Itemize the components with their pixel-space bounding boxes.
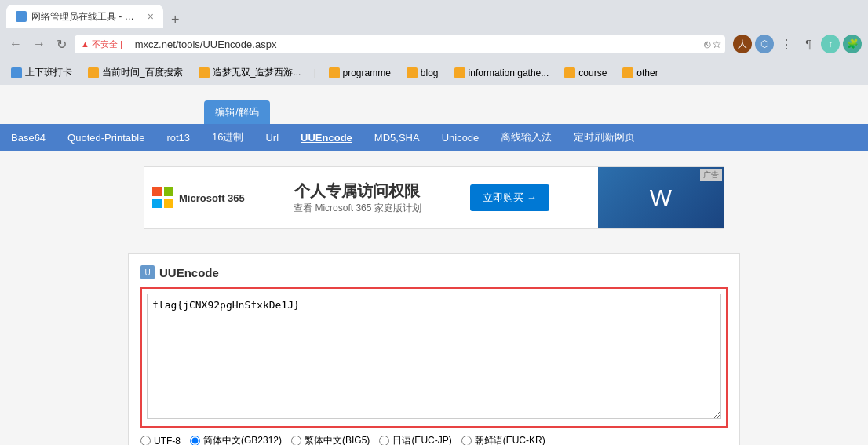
nav-base64[interactable]: Base64	[0, 126, 57, 150]
uuencode-header: U UUEncode	[140, 265, 728, 279]
encoding-big5[interactable]: 繁体中文(BIG5)	[291, 434, 370, 445]
address-actions: ⎋ ☆	[701, 38, 725, 50]
encoding-eucjp[interactable]: 日语(EUC-JP)	[379, 434, 451, 445]
encoding-euckr[interactable]: 朝鲜语(EUC-KR)	[461, 434, 545, 445]
ms365-logo: Microsoft 365	[152, 187, 245, 209]
nav-hex[interactable]: 16进制	[201, 124, 254, 151]
bookmark-other[interactable]: other	[618, 66, 662, 80]
bookmark-icon	[407, 67, 418, 78]
nav-offline-input[interactable]: 离线输入法	[490, 124, 563, 151]
security-indicator: ▲ 不安全 |	[75, 35, 129, 53]
uuencode-icon: U	[140, 265, 155, 279]
nav-uuencode[interactable]: UUEncode	[290, 126, 363, 150]
separator: |	[120, 39, 122, 49]
encoding-gb2312-label: 简体中文(GB2312)	[203, 434, 282, 445]
radio-gb2312[interactable]	[190, 436, 200, 445]
bookmark-zaomeng[interactable]: 造梦无双_造梦西游...	[194, 64, 306, 81]
ad-left-section: Microsoft 365	[144, 179, 253, 217]
extension-icon[interactable]: ⬡	[755, 35, 774, 53]
new-tab-button[interactable]: +	[166, 12, 184, 28]
bookmark-time[interactable]: 当前时间_百度搜索	[83, 64, 188, 81]
ms-sq-blue	[152, 199, 162, 208]
update-icon[interactable]: ↑	[821, 35, 840, 53]
bookmark-label: 造梦无双_造梦西游...	[213, 66, 301, 79]
security-text: 不安全	[92, 38, 118, 50]
paragraph-icon[interactable]: ¶	[799, 35, 818, 53]
bookmark-info[interactable]: information gathe...	[450, 66, 554, 80]
settings-icon[interactable]: ⋮	[777, 35, 796, 53]
main-tool-content: U UUEncode flag{jCNX92pgHnSfxkDe1J} UTF-…	[128, 253, 740, 445]
section-title: UUEncode	[159, 266, 219, 279]
input-section: flag{jCNX92pgHnSfxkDe1J}	[140, 287, 728, 428]
tab-title: 网络管理员在线工具 - UUEnco...	[31, 10, 140, 24]
encoding-utf8[interactable]: UTF-8	[140, 436, 181, 446]
radio-eucjp[interactable]	[379, 436, 389, 445]
bookmark-label: course	[578, 67, 607, 78]
page-content: 编辑/解码 Base64 Quoted-Printable rot13 16进制…	[0, 85, 868, 445]
ms-sq-yellow	[164, 199, 173, 208]
encoding-eucjp-label: 日语(EUC-JP)	[392, 434, 451, 445]
ad-subtitle: 查看 Microsoft 365 家庭版计划	[294, 202, 421, 215]
forward-button[interactable]: →	[30, 35, 49, 53]
encoding-options: UTF-8 简体中文(GB2312) 繁体中文(BIG5) 日语(EUC-JP)…	[140, 434, 728, 445]
bookmark-dakaqi[interactable]: 上下班打卡	[6, 64, 77, 81]
ad-badge: 广告	[700, 169, 722, 181]
nav-md5sha[interactable]: MD5,SHA	[363, 126, 431, 150]
extension2-icon[interactable]: 🧩	[843, 35, 862, 53]
bookmark-label: 当前时间_百度搜索	[102, 66, 183, 79]
encoding-gb2312[interactable]: 简体中文(GB2312)	[190, 434, 282, 445]
tab-close-button[interactable]: ×	[148, 10, 154, 23]
encoding-euckr-label: 朝鲜语(EUC-KR)	[475, 434, 545, 445]
radio-big5[interactable]	[291, 436, 301, 445]
nav-quotedprintable[interactable]: Quoted-Printable	[57, 126, 155, 150]
bookmark-icon	[329, 67, 340, 78]
main-nav: Base64 Quoted-Printable rot13 16进制 Url U…	[0, 124, 868, 151]
bookmark-blog[interactable]: blog	[402, 66, 443, 80]
bookmark-label: other	[636, 67, 658, 78]
bookmark-icon	[454, 67, 465, 78]
bookmark-label: information gathe...	[469, 67, 549, 78]
ms365-text: Microsoft 365	[179, 192, 245, 204]
bookmark-label: blog	[421, 67, 439, 78]
ad-title: 个人专属访问权限	[294, 181, 421, 202]
radio-euckr[interactable]	[461, 436, 472, 445]
radio-utf8[interactable]	[140, 436, 151, 445]
active-tab[interactable]: 网络管理员在线工具 - UUEnco... ×	[6, 5, 163, 28]
ms-sq-green	[164, 187, 173, 196]
bookmark-course[interactable]: course	[560, 66, 611, 80]
refresh-button[interactable]: ↻	[53, 35, 70, 53]
bookmark-icon	[88, 67, 99, 78]
main-textarea[interactable]: flag{jCNX92pgHnSfxkDe1J}	[147, 294, 721, 419]
encoding-big5-label: 繁体中文(BIG5)	[305, 434, 370, 445]
bookmark-icon	[199, 67, 210, 78]
ad-right-section: 立即购买 →	[462, 177, 557, 219]
url-input[interactable]	[129, 35, 701, 53]
ad-cta-button[interactable]: 立即购买 →	[470, 184, 549, 211]
nav-rot13[interactable]: rot13	[155, 126, 201, 150]
bookmark-icon	[564, 67, 575, 78]
ms-sq-red	[152, 187, 162, 196]
ad-image-icon: W	[650, 184, 672, 211]
bookmark-programme[interactable]: programme	[324, 66, 396, 80]
ad-banner: 广告 Microsoft 365 个人专属访问权限 查看 Microsoft 3…	[144, 166, 724, 229]
address-box: ▲ 不安全 | ⎋ ☆	[75, 35, 725, 53]
share-icon[interactable]: ⎋	[704, 38, 710, 50]
nav-url[interactable]: Url	[254, 126, 290, 150]
nav-unicode[interactable]: Unicode	[431, 126, 491, 150]
tab-favicon	[16, 11, 27, 22]
browser-toolbar-icons: 人 ⬡ ⋮ ¶ ↑ 🧩	[733, 35, 862, 53]
ms-logo-grid	[152, 187, 174, 209]
profile-icon[interactable]: 人	[733, 35, 752, 53]
bookmark-icon	[11, 67, 22, 78]
ad-center-section: 个人专属访问权限 查看 Microsoft 365 家庭版计划	[294, 181, 421, 215]
bookmarks-bar: 上下班打卡 当前时间_百度搜索 造梦无双_造梦西游... | programme…	[0, 60, 868, 85]
address-bar: ← → ↻ ▲ 不安全 | ⎋ ☆ 人 ⬡ ⋮ ¶ ↑ 🧩	[0, 28, 868, 60]
bookmark-label: programme	[343, 67, 391, 78]
nav-auto-refresh[interactable]: 定时刷新网页	[563, 124, 646, 151]
edit-decode-tab[interactable]: 编辑/解码	[204, 100, 270, 124]
tab-bar: 网络管理员在线工具 - UUEnco... × +	[0, 0, 868, 28]
top-tab-container: 编辑/解码	[0, 85, 868, 124]
star-icon[interactable]: ☆	[712, 38, 722, 50]
back-button[interactable]: ←	[6, 35, 25, 53]
encoding-utf8-label: UTF-8	[154, 436, 181, 446]
